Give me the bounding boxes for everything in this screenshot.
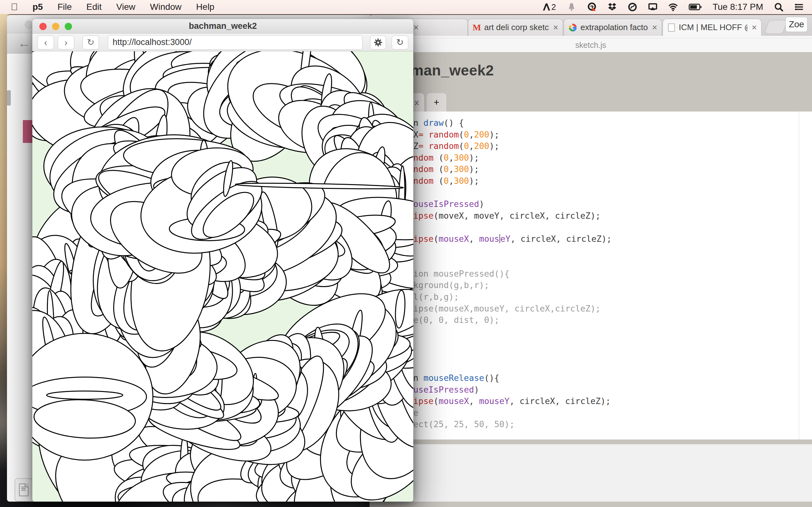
- scrollbar-thumb[interactable]: [7, 90, 11, 106]
- code-line: e(0, 0, dist, 0);: [413, 314, 612, 326]
- browser-window: erence × M art deli corp sketch × extrap…: [369, 14, 812, 507]
- code-line: e: [413, 407, 612, 419]
- code-line: ect(25, 25, 50, 50);: [413, 418, 612, 430]
- code-line: Z= random(0,200);: [413, 140, 612, 152]
- code-line: [413, 360, 612, 372]
- tab-close-icon[interactable]: ×: [414, 22, 419, 33]
- adobe-cc-icon[interactable]: 2: [542, 2, 556, 12]
- url-field[interactable]: http://localhost:3000/: [108, 35, 362, 50]
- file-drop-box[interactable]: [14, 478, 33, 502]
- tab-label: art deli corp sketch: [484, 22, 548, 32]
- code-line: [413, 187, 612, 199]
- code-line: n mouseRelease(){: [413, 372, 612, 384]
- menu-item-help[interactable]: Help: [196, 2, 214, 12]
- code-line: ipse(mouseX, mouseY, circleX, circleZ);: [413, 395, 612, 407]
- menu-item-edit[interactable]: Edit: [86, 2, 101, 12]
- refresh-button[interactable]: ↻: [83, 36, 99, 49]
- sketch-window: bachman_week2 ‹ › ↻ http://localhost:300…: [32, 19, 413, 502]
- code-line: ndom (0,300);: [413, 152, 612, 164]
- tab-close-icon[interactable]: ×: [752, 22, 757, 33]
- adobe-badge-count: 2: [551, 2, 556, 12]
- code-line: [413, 337, 612, 349]
- back-button[interactable]: ‹: [38, 36, 54, 49]
- code-line: [413, 245, 612, 257]
- sketch-window-toolbar: ‹ › ↻ http://localhost:3000/ ↻: [32, 34, 413, 51]
- gmail-favicon: M: [473, 23, 481, 32]
- sketch-window-title: bachman_week2: [189, 21, 257, 31]
- code-lines: n draw() {X= random(0,200);Z= random(0,2…: [413, 117, 612, 430]
- document-icon: [19, 484, 29, 496]
- app-menu-title[interactable]: p5: [33, 2, 43, 12]
- tab-close-icon[interactable]: ×: [652, 22, 657, 33]
- menu-item-file[interactable]: File: [57, 2, 72, 12]
- close-traffic-light[interactable]: [39, 23, 47, 30]
- editor-new-file-tab[interactable]: +: [426, 93, 446, 112]
- wifi-icon[interactable]: [668, 2, 678, 12]
- console-panel: [369, 444, 812, 502]
- browser-tab-2[interactable]: M art deli corp sketch ×: [468, 19, 563, 36]
- menu-item-view[interactable]: View: [116, 2, 136, 12]
- browser-toolbar-strip: [369, 36, 812, 38]
- code-line: ipse(mouseX,mouseY, circleX,circleZ);: [413, 303, 612, 315]
- code-line: l(r,b,g);: [413, 291, 612, 303]
- tab-close-icon[interactable]: ×: [553, 22, 558, 33]
- browser-tab-4-active[interactable]: ICM | MEL HOFF @ ×: [663, 19, 762, 36]
- code-line: ipse(moveX, moveY, circleX, circleZ);: [413, 210, 612, 222]
- code-line: X= random(0,200);: [413, 129, 612, 141]
- code-line: [413, 222, 612, 233]
- pink-content-block: [23, 120, 34, 143]
- apple-menu-icon[interactable]: : [11, 2, 18, 12]
- back-arrow-icon[interactable]: ←: [18, 36, 31, 50]
- browser-tab-3[interactable]: extrapolation factor ×: [564, 19, 662, 36]
- code-line: ipse(mouseX, mouseY, circleX, circleZ);: [413, 233, 612, 245]
- menu-item-window[interactable]: Window: [150, 2, 182, 12]
- sync-alert-icon[interactable]: [587, 2, 597, 12]
- code-line: n draw() {: [413, 117, 612, 129]
- code-line: ndom (0,300);: [413, 164, 612, 175]
- tab-label: ICM | MEL HOFF @: [679, 22, 747, 32]
- sketch-window-titlebar[interactable]: bachman_week2: [32, 19, 413, 34]
- code-line: useIsPressed): [413, 384, 612, 396]
- page-titlebar: sketch.js: [369, 38, 812, 52]
- tab-label: extrapolation factor: [580, 22, 648, 32]
- editor-tab-close-icon[interactable]: x: [415, 98, 419, 107]
- dropbox-icon[interactable]: [607, 2, 617, 12]
- google-favicon: [568, 23, 577, 32]
- notification-center-icon[interactable]: [794, 2, 804, 12]
- code-line: ion mousePressed(){: [413, 268, 612, 280]
- code-editor[interactable]: n draw() {X= random(0,200);Z= random(0,2…: [369, 112, 812, 440]
- p5-canvas[interactable]: [32, 51, 413, 502]
- minimize-traffic-light[interactable]: [52, 23, 59, 30]
- circle-app-icon[interactable]: [628, 2, 637, 12]
- code-line: kground(g,b,r);: [413, 279, 612, 291]
- new-tab-button[interactable]: [764, 20, 787, 34]
- browser-profile-button[interactable]: Zoe: [785, 17, 808, 32]
- page-title: sketch.js: [575, 41, 606, 50]
- gear-icon: [373, 38, 383, 47]
- airplay-display-icon[interactable]: [648, 2, 658, 12]
- page-favicon: [667, 23, 676, 32]
- reload-button[interactable]: ↻: [392, 36, 408, 49]
- code-line: [413, 349, 612, 361]
- code-line: ouseIsPressed): [413, 199, 612, 210]
- page-background-gap: [369, 440, 812, 444]
- maximize-traffic-light[interactable]: [65, 23, 72, 30]
- code-line: [413, 326, 612, 338]
- menu-bar:  p5 File Edit View Window Help 2: [0, 0, 812, 14]
- menu-clock[interactable]: Tue 8:17 PM: [713, 2, 763, 12]
- editor-column-rule: [799, 112, 799, 440]
- notifications-bell-icon[interactable]: [567, 2, 576, 12]
- inactive-traffic-light[interactable]: [25, 20, 33, 29]
- plus-icon: +: [434, 97, 439, 108]
- browser-tab-strip: erence × M art deli corp sketch × extrap…: [369, 15, 812, 36]
- forward-button[interactable]: ›: [58, 36, 74, 49]
- gear-button[interactable]: [370, 36, 386, 49]
- code-line: [413, 257, 612, 268]
- spotlight-search-icon[interactable]: [774, 2, 783, 12]
- code-line: ndom (0,300);: [413, 175, 612, 187]
- battery-icon[interactable]: [689, 2, 702, 12]
